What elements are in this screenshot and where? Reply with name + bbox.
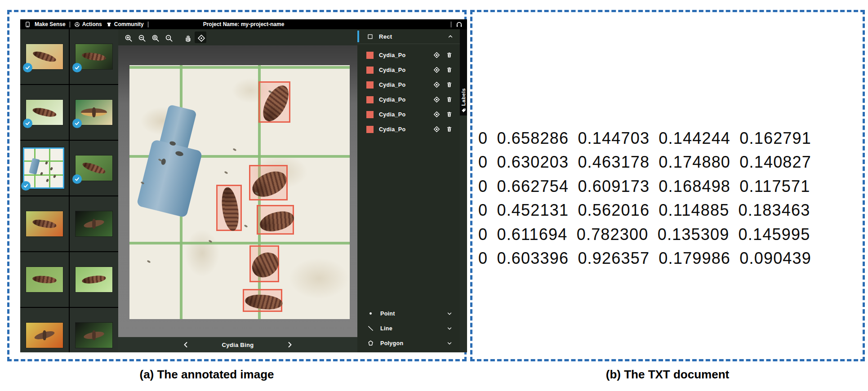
visibility-button[interactable] (433, 81, 440, 88)
bounding-box[interactable] (249, 245, 279, 282)
menu-divider (148, 22, 148, 27)
label-name: Cydia_Po (379, 82, 405, 88)
labels-strip: Labels (460, 29, 467, 352)
app-title[interactable]: Make Sense (35, 21, 66, 27)
bounding-box[interactable] (249, 165, 288, 201)
txt-line: 0 0.611694 0.782300 0.135309 0.145995 (478, 222, 811, 246)
thumbnail-cell[interactable] (20, 252, 69, 307)
chevron-down-icon[interactable] (446, 311, 453, 317)
active-section-indicator (357, 31, 359, 42)
visibility-button[interactable] (433, 96, 440, 103)
thumbnail-cell[interactable] (70, 141, 118, 196)
zoom-out-button[interactable] (135, 31, 147, 43)
thumb-gridline (24, 160, 63, 162)
thumb-speck (53, 175, 56, 178)
class-color-swatch (366, 111, 374, 118)
larva (219, 186, 241, 232)
headphones-icon[interactable] (456, 21, 463, 28)
delete-button[interactable] (446, 96, 453, 103)
chevron-down-icon[interactable] (446, 325, 453, 332)
zoom-out-icon (138, 34, 145, 41)
label-row[interactable]: Cydia_Po (357, 107, 460, 122)
class-color-swatch (366, 52, 374, 59)
thumbnail-cell[interactable] (20, 29, 69, 84)
rect-section-header[interactable]: Rect (357, 29, 460, 44)
thumbnail-cell[interactable] (20, 141, 69, 196)
menu-actions[interactable]: Actions (74, 21, 102, 27)
tool-label: Line (380, 325, 392, 332)
labels-tab[interactable]: Labels (460, 29, 467, 116)
label-list: Cydia_PoCydia_PoCydia_PoCydia_PoCydia_Po… (357, 44, 460, 137)
label-row[interactable]: Cydia_Po (357, 48, 460, 62)
bounding-box[interactable] (216, 185, 241, 231)
checkbox-icon[interactable] (367, 34, 373, 40)
delete-button[interactable] (446, 52, 453, 58)
annotated-trap-image[interactable] (129, 65, 350, 319)
prev-image-button[interactable] (183, 341, 190, 348)
thumbnail-cell[interactable] (20, 196, 69, 251)
thumbnail-image[interactable] (76, 323, 112, 348)
tool-row-point[interactable]: Point (357, 306, 460, 321)
class-color-swatch (366, 96, 374, 103)
thumbnail-cell[interactable] (70, 252, 118, 307)
bounding-box[interactable] (243, 289, 282, 312)
label-name: Cydia_Po (379, 126, 405, 133)
visibility-button[interactable] (433, 52, 440, 58)
checked-badge-icon (21, 181, 31, 191)
thumbnail-cell[interactable] (70, 85, 118, 140)
label-row[interactable]: Cydia_Po (357, 62, 460, 77)
make-sense-logo-icon (25, 22, 31, 27)
tool-row-polygon[interactable]: Polygon (357, 336, 460, 351)
txt-line: 0 0.662754 0.609173 0.168498 0.117571 (478, 174, 811, 198)
checked-badge-icon (72, 119, 82, 128)
chevron-up-icon[interactable] (447, 33, 454, 40)
zoom-max-button[interactable] (162, 31, 174, 43)
larva (248, 166, 291, 202)
tool-row-line[interactable]: Line (357, 321, 460, 336)
thumbnail-trap-image[interactable] (23, 147, 64, 189)
menu-community[interactable]: Community (106, 21, 144, 27)
zoom-max-icon (165, 34, 172, 41)
larva-figure (32, 275, 57, 284)
caption-a: (a) The annotated image (67, 368, 346, 382)
delete-button[interactable] (446, 81, 453, 88)
visibility-button[interactable] (433, 67, 440, 73)
thumbnail-image[interactable] (26, 323, 63, 348)
visibility-button[interactable] (433, 111, 440, 118)
visibility-button[interactable] (433, 126, 440, 133)
thumbnail-image[interactable] (26, 100, 63, 125)
thumbnail-image[interactable] (26, 267, 63, 292)
thumbnail-cell[interactable] (70, 196, 118, 251)
thumbnail-image[interactable] (76, 156, 112, 181)
thumbnail-cell[interactable] (20, 308, 69, 352)
zoom-fit-button[interactable] (149, 31, 160, 43)
zoom-in-button[interactable] (122, 31, 134, 43)
bounding-box[interactable] (258, 81, 290, 123)
debris-speck (224, 171, 228, 174)
drag-hand-button[interactable] (181, 31, 193, 43)
thumbnail-image[interactable] (76, 211, 112, 236)
tool-label: Polygon (380, 340, 403, 347)
thumbnail-image[interactable] (76, 267, 112, 292)
delete-button[interactable] (446, 111, 453, 118)
delete-button[interactable] (446, 126, 453, 133)
thumbnail-image[interactable] (26, 44, 63, 69)
next-image-button[interactable] (286, 341, 293, 348)
thumbnail-cell[interactable] (70, 308, 118, 352)
thumbnail-cell[interactable] (70, 29, 118, 84)
select-tool-button[interactable] (195, 31, 206, 43)
thumbnail-image[interactable] (26, 211, 63, 236)
delete-button[interactable] (446, 67, 453, 73)
bounding-box[interactable] (257, 205, 294, 235)
label-row[interactable]: Cydia_Po (357, 92, 460, 107)
label-row[interactable]: Cydia_Po (357, 77, 460, 92)
editor-canvas[interactable] (118, 45, 357, 337)
txt-line: 0 0.658286 0.144703 0.144244 0.162791 (478, 126, 811, 150)
point-icon (367, 310, 374, 317)
thumbnail-image[interactable] (76, 100, 112, 125)
chevron-down-icon[interactable] (446, 340, 453, 347)
thumbnail-image[interactable] (76, 44, 112, 69)
debris-speck (233, 148, 237, 151)
thumbnail-cell[interactable] (20, 85, 69, 140)
label-row[interactable]: Cydia_Po (357, 122, 460, 137)
